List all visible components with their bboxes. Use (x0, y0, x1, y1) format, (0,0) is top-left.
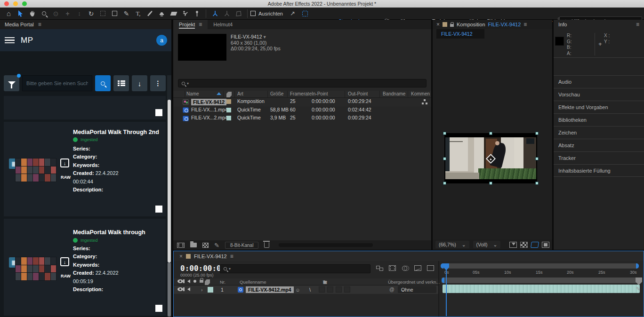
roto-brush-tool-icon[interactable] (179, 8, 191, 19)
panel-zeichen[interactable]: Zeichen (554, 126, 644, 139)
brush-tool-icon[interactable] (144, 8, 156, 19)
panel-vorschau[interactable]: Vorschau (554, 88, 644, 101)
speaker-icon[interactable] (187, 279, 190, 283)
panel-menu-icon[interactable]: ≡ (523, 21, 527, 28)
media-portal-tab[interactable]: Media Portal (5, 22, 34, 27)
layer-quality-icon[interactable]: \ (309, 287, 311, 293)
project-row-composition[interactable]: FILE-VX-9412 Komposition 25 0:00:00:00 0… (173, 98, 431, 106)
more-options-button[interactable]: ⋮ (150, 75, 166, 91)
parent-dropdown[interactable]: Ohne ⌄ (398, 286, 436, 293)
viewer-tab[interactable]: FILE-VX-9412 (436, 29, 484, 39)
zoom-window-button[interactable] (22, 1, 27, 6)
close-icon[interactable]: × (179, 253, 183, 260)
panel-menu-icon[interactable]: ≡ (230, 253, 233, 260)
draft-3d-icon[interactable] (427, 265, 434, 271)
dolly-camera-tool-icon[interactable]: ↕ (73, 8, 85, 19)
align-checkbox[interactable] (250, 11, 256, 16)
adjust-icon[interactable]: ✎ (214, 242, 219, 249)
lock-icon[interactable] (200, 280, 203, 283)
user-avatar[interactable]: a (156, 35, 167, 46)
comp-button-icon[interactable]: ✎ (636, 286, 642, 292)
horizontal-scrollbar[interactable] (279, 243, 373, 247)
card-checkbox[interactable] (155, 206, 162, 213)
media-scrollbar[interactable] (167, 75, 171, 317)
magnification-select[interactable]: (66,7%) ⌄ (435, 241, 469, 248)
panel-menu-icon[interactable]: ≡ (199, 21, 202, 28)
layer-shy-icon[interactable]: ☺ (295, 287, 300, 293)
comp-marker-bin-icon[interactable] (636, 277, 642, 285)
pan-camera-tool-icon[interactable]: + (62, 8, 73, 19)
media-search-input[interactable] (22, 75, 92, 91)
media-card[interactable]: MediaPortal Walk through Ingested Series… (4, 219, 166, 316)
scrollbar-thumb-secondary[interactable] (168, 262, 171, 317)
time-ruler[interactable]: 0s 05s 10s 15s 20s 25s 30s (441, 269, 644, 277)
camera-tool-icon[interactable] (97, 8, 109, 19)
timeline-search-field[interactable]: ▾ (220, 264, 370, 273)
scrollbar-thumb[interactable] (168, 100, 171, 262)
pen-tool-icon[interactable]: ✎ (121, 8, 132, 19)
region-of-interest-icon[interactable] (531, 242, 539, 248)
panel-audio[interactable]: Audio (554, 75, 644, 88)
local-axis-mode-icon[interactable] (209, 8, 221, 19)
parent-pickwhip-icon[interactable]: @ (389, 286, 394, 292)
orbit-camera-tool-icon[interactable]: ⊙ (50, 8, 62, 19)
label-swatch[interactable] (226, 116, 231, 120)
transparency-grid-icon[interactable] (520, 242, 528, 248)
panel-tracker[interactable]: Tracker (554, 151, 644, 164)
home-icon[interactable]: ⌂ (3, 8, 15, 19)
minimize-window-button[interactable] (13, 1, 18, 6)
selection-handle[interactable] (443, 182, 446, 185)
switch-cell[interactable] (319, 286, 325, 293)
media-card[interactable]: MediaPortal Walk Through 2nd Ingested Se… (4, 122, 166, 216)
clone-stamp-tool-icon[interactable] (156, 8, 168, 19)
work-area-start-handle[interactable] (442, 277, 444, 283)
selection-tool-icon[interactable] (15, 8, 26, 19)
switch-cell[interactable] (344, 286, 350, 293)
panel-bibliotheken[interactable]: Bibliotheken (554, 113, 644, 126)
switch-cell[interactable] (327, 286, 333, 293)
card-checkbox[interactable] (155, 305, 162, 312)
frame-blend-icon[interactable] (389, 265, 396, 271)
project-table-header[interactable]: Name Art Größe Framerate In-Point Out-Po… (173, 91, 431, 98)
speaker-icon[interactable] (187, 287, 190, 291)
expand-arrow-icon[interactable]: ↗ (287, 8, 298, 19)
snapshot-icon[interactable] (509, 242, 517, 248)
panel-absatz[interactable]: Absatz (554, 139, 644, 151)
selection-handle[interactable] (443, 132, 446, 135)
rotate-tool-icon[interactable]: ↻ (85, 8, 97, 19)
panel-menu-icon[interactable]: ≡ (636, 21, 639, 28)
resolution-select[interactable]: (Voll) ⌄ (473, 241, 501, 248)
navigator-end-handle[interactable] (636, 263, 639, 269)
comp-tab-label[interactable]: Komposition (457, 22, 485, 27)
project-row-footage[interactable]: FILE-VX...2.mp4 QuickTime 3,9 MB 25 0:00… (173, 114, 431, 123)
layer-duration-bar[interactable] (443, 285, 640, 293)
card-checkbox[interactable] (155, 109, 162, 116)
panel-effekte-und-vorgaben[interactable]: Effekte und Vorgaben (554, 101, 644, 113)
tab-helmut4[interactable]: Helmut4 (208, 20, 238, 29)
selection-handle[interactable] (489, 132, 492, 135)
label-swatch[interactable] (226, 99, 231, 104)
motion-blur-icon[interactable] (402, 265, 409, 271)
project-search-field[interactable]: ▾ (178, 79, 427, 87)
media-card-partial[interactable] (4, 96, 166, 119)
media-thumbnail[interactable] (15, 257, 56, 281)
panel-menu-icon[interactable]: ≡ (38, 21, 41, 28)
list-view-button[interactable] (113, 75, 129, 91)
eye-icon[interactable] (177, 287, 183, 291)
close-window-button[interactable] (4, 1, 9, 6)
timeline-navigator[interactable] (441, 263, 639, 269)
download-button[interactable]: ↓ (132, 75, 147, 91)
view-axis-mode-icon[interactable] (233, 8, 244, 19)
current-timecode[interactable]: 0:00:00:00 (180, 264, 225, 273)
exposure-icon[interactable] (542, 242, 549, 248)
panel-inhaltsbasierte-fuellung[interactable]: Inhaltsbasierte Füllung (554, 164, 644, 177)
layer-source-name[interactable]: FILE-VX-9412.mp4 (246, 286, 294, 293)
tab-projekt[interactable]: Projekt ≡ (173, 20, 208, 29)
work-area-bar[interactable] (442, 277, 641, 283)
world-axis-mode-icon[interactable] (221, 8, 233, 19)
selection-handle[interactable] (443, 157, 446, 160)
navigator-start-handle[interactable] (441, 263, 443, 269)
selection-handle[interactable] (535, 132, 539, 135)
composition-viewer[interactable] (433, 39, 552, 239)
switch-cell[interactable] (336, 286, 342, 293)
